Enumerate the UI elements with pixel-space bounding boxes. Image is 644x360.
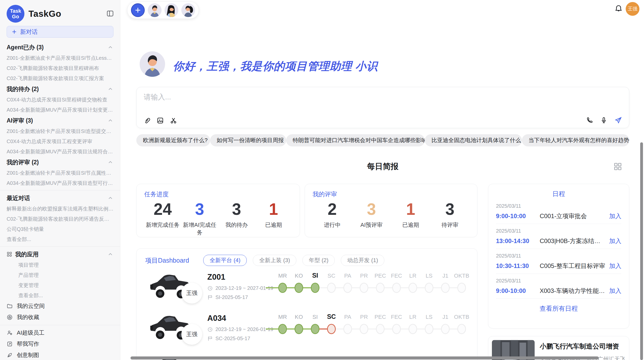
event-time: 9:00-10:00 bbox=[496, 287, 540, 294]
milestone-dot bbox=[327, 324, 336, 334]
recent-chat-item[interactable]: 解释最新出台的欧盟报废车法规再生塑料比例被调至15%... bbox=[0, 204, 120, 214]
tab-year-model[interactable]: 年型 (2) bbox=[302, 255, 335, 266]
suggestion-chip[interactable]: 特朗普可能对进口汽车增税会对中国车企造成哪些影响 bbox=[286, 134, 425, 146]
stat-ai-pre-review: 3 AI预评审 bbox=[352, 200, 391, 229]
section-header-my-todo[interactable]: 我的待办 (2) bbox=[0, 83, 120, 95]
vertical-scrollbar[interactable] bbox=[640, 142, 643, 360]
microphone-icon[interactable] bbox=[600, 116, 608, 124]
event-date: 2025/03/11 bbox=[496, 203, 621, 209]
section-header-my-apps[interactable]: 我的应用 bbox=[0, 249, 120, 260]
recent-view-all[interactable]: 查看全部... bbox=[0, 234, 120, 244]
milestone-dot bbox=[408, 324, 417, 334]
milestone-dot bbox=[441, 324, 450, 334]
write-icon bbox=[7, 341, 13, 347]
chevron-up-icon bbox=[107, 251, 113, 257]
section-header-ai-review[interactable]: AI评审 (3) bbox=[0, 115, 120, 126]
sidebar-item-ai-super-staff[interactable]: AI超级员工 bbox=[0, 327, 120, 338]
section-header-recent[interactable]: 最近对话 bbox=[0, 192, 120, 204]
scissors-icon[interactable] bbox=[170, 117, 177, 124]
suggestion-chip[interactable]: 当下年轻人对汽车外观有怎样的喜好趋势 bbox=[522, 134, 629, 146]
milestone-dot bbox=[360, 324, 368, 334]
schedule-card: 日程 2025/03/11 9:00-10:00 C001-立项审批会 加入 2… bbox=[488, 184, 629, 328]
dashboard-tabs: 全新平台 (4) 全新上装 (3) 年型 (2) 动总开发 (1) bbox=[203, 255, 384, 266]
tab-new-body[interactable]: 全新上装 (3) bbox=[253, 255, 296, 266]
join-meeting-link[interactable]: 加入 bbox=[609, 212, 621, 220]
sidebar-doc-item[interactable]: C02-飞腾新能源轻客改款项目里程碑画布 bbox=[0, 63, 120, 73]
ai-super-staff-label: AI超级员工 bbox=[17, 329, 45, 337]
horizontal-scrollbar[interactable] bbox=[130, 356, 599, 359]
schedule-title: 日程 bbox=[496, 190, 621, 198]
sidebar-item-favorites[interactable]: 我的收藏 bbox=[0, 312, 120, 323]
milestone-dot bbox=[457, 283, 466, 293]
sidebar-doc-item[interactable]: Z001-全新燃油轻卡产品开发项目SI节点属性5D文件评审 bbox=[0, 168, 120, 178]
sidebar-doc-item[interactable]: C02-飞腾新能源轻客改款项目立项汇报方案 bbox=[0, 73, 120, 83]
divider bbox=[0, 325, 120, 325]
sidebar-item-help-me-write[interactable]: 帮我写作 bbox=[0, 338, 120, 350]
milestone-dot bbox=[278, 283, 287, 293]
assistant-avatar-2[interactable] bbox=[165, 3, 178, 17]
suggestion-chip[interactable]: 欧洲新规最近颁布了什么? bbox=[136, 134, 210, 146]
project-row[interactable]: 王强 A034 2023-12-19 ~ 2026-01-19 SC-2025-… bbox=[137, 310, 477, 348]
image-upload-icon[interactable] bbox=[156, 117, 164, 124]
view-all-schedule-link[interactable]: 查看所有日程 bbox=[496, 299, 621, 318]
app-item-product-mgmt[interactable]: 产品管理 bbox=[0, 270, 120, 280]
folder-icon bbox=[7, 303, 13, 309]
attachment-icon[interactable] bbox=[143, 117, 151, 124]
suggestion-chip[interactable]: 比亚迪全固态电池计划具体说了什么 bbox=[425, 134, 522, 146]
ai-staff-icon bbox=[7, 330, 13, 336]
sidebar-item-creative-drawing[interactable]: 创意制图 bbox=[0, 350, 120, 360]
new-chat-label: 新对话 bbox=[20, 28, 38, 36]
join-meeting-link[interactable]: 加入 bbox=[609, 237, 621, 245]
sidebar-doc-item[interactable]: Z001-全新燃油轻卡产品开发项目SI造型提交物评审 bbox=[0, 126, 120, 136]
milestone-dot bbox=[376, 283, 385, 293]
apps-view-all[interactable]: 查看全部... bbox=[0, 290, 120, 301]
recent-chat-item[interactable]: 公司Q3轻卡销量 bbox=[0, 224, 120, 234]
creative-drawing-label: 创意制图 bbox=[17, 351, 39, 359]
add-assistant-button[interactable] bbox=[131, 3, 145, 17]
sidebar-doc-item[interactable]: C0X4-动力总成开发项目工程变更评审 bbox=[0, 136, 120, 146]
plus-icon bbox=[134, 7, 141, 14]
user-avatar[interactable]: 王强 bbox=[626, 2, 639, 16]
app-item-change-mgmt[interactable]: 变更管理 bbox=[0, 280, 120, 290]
assistant-avatar-3[interactable] bbox=[181, 3, 195, 17]
project-code: Z001 bbox=[207, 273, 225, 282]
notification-bell-icon[interactable] bbox=[614, 4, 623, 13]
sidebar-doc-item[interactable]: C0X4-动力总成开发项目SI里程碑提交物检查 bbox=[0, 95, 120, 105]
milestone-dot bbox=[360, 283, 368, 293]
sidebar-doc-item[interactable]: A034-全新新能源MUV产品开发项目计划变更表编写 bbox=[0, 105, 120, 115]
milestone-dot bbox=[278, 324, 287, 334]
chat-input[interactable] bbox=[143, 93, 475, 101]
stat-overdue: 1 已逾期 bbox=[255, 200, 292, 236]
section-header-my-review[interactable]: 我的评审 (2) bbox=[0, 157, 120, 168]
cloud-space-label: 我的云空间 bbox=[17, 302, 45, 310]
dashboard-title: 项目Dashboard bbox=[145, 256, 189, 265]
project-row[interactable]: 王强 Z001 2023-12-19 ~ 2027-01-19 SI-2025-… bbox=[137, 269, 477, 307]
schedule-event: 2025/03/11 9:00-10:00 X003-车辆动力学性能验... 加… bbox=[496, 274, 621, 299]
news-title: 小鹏飞行汽车制造公司增资 bbox=[540, 342, 625, 351]
assistant-avatar-1[interactable] bbox=[148, 3, 162, 17]
sidebar-doc-item[interactable]: Z001-全新燃油皮卡产品开发项目SI节点Lesson Learn报告 bbox=[0, 53, 120, 63]
recent-chat-item[interactable]: C02-飞腾新能源轻客改款项目的闭环通告反馈情况 bbox=[0, 214, 120, 224]
send-icon[interactable] bbox=[614, 116, 622, 124]
feather-pen-icon bbox=[7, 352, 13, 358]
app-item-project-mgmt[interactable]: 项目管理 bbox=[0, 260, 120, 270]
sidebar-collapse-icon[interactable] bbox=[106, 10, 114, 17]
layout-grid-icon[interactable] bbox=[613, 162, 623, 171]
greeting-text: 你好，王强，我是你的项目管理助理 小识 bbox=[173, 59, 378, 74]
sidebar-doc-item[interactable]: A034-全新新能源MUV产品开发项目造型可行性评审 bbox=[0, 178, 120, 188]
join-meeting-link[interactable]: 加入 bbox=[609, 287, 621, 295]
divider bbox=[0, 190, 120, 190]
milestone-dot bbox=[457, 324, 466, 334]
sidebar-doc-item[interactable]: A034-全新新能源MUV产品开发项目法规符合性评审 bbox=[0, 146, 120, 157]
suggestion-chip[interactable]: 如何写一份清晰的项目周报 bbox=[210, 134, 286, 146]
tab-powertrain-dev[interactable]: 动总开发 (1) bbox=[341, 255, 384, 266]
section-header-agent-done[interactable]: Agent已办 (3) bbox=[0, 42, 120, 53]
project-code: A034 bbox=[207, 314, 226, 323]
flag-icon bbox=[207, 295, 213, 300]
sidebar-item-cloud-space[interactable]: 我的云空间 bbox=[0, 301, 120, 312]
join-meeting-link[interactable]: 加入 bbox=[609, 262, 621, 270]
new-chat-button[interactable]: 新对话 bbox=[7, 26, 113, 38]
phone-call-icon[interactable] bbox=[586, 116, 593, 124]
project-flag-milestone: SI-2025-05-17 bbox=[215, 294, 248, 300]
tab-all-new-platform[interactable]: 全新平台 (4) bbox=[203, 255, 247, 266]
